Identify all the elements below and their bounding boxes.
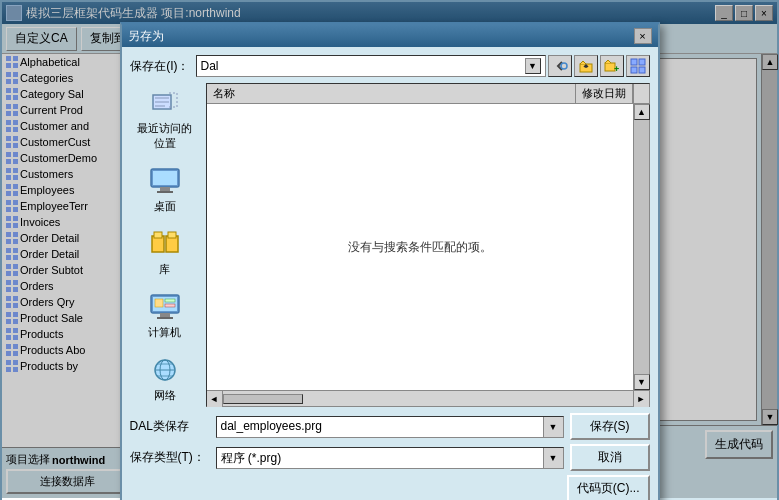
svg-rect-85	[639, 59, 645, 65]
dialog-sidebar: 最近访问的位置 桌面	[130, 83, 200, 407]
svg-rect-95	[157, 191, 173, 193]
svg-rect-84	[631, 59, 637, 65]
codepage-button[interactable]: 代码页(C)...	[567, 475, 650, 500]
network-label: 网络	[154, 388, 176, 403]
dialog-sidebar-library[interactable]: 库	[133, 224, 197, 281]
filetype-combo-arrow[interactable]: ▼	[543, 448, 563, 468]
main-window: 模拟三层框架代码生成器 项目:northwind _ □ × 自定义CA 复制到…	[0, 0, 779, 500]
filename-field: dal_employees.prg ▼	[216, 416, 564, 438]
dialog-location: Dal ▼ +	[196, 55, 650, 77]
dialog-sidebar-computer[interactable]: 计算机	[133, 287, 197, 344]
filetype-label: 保存类型(T)：	[130, 449, 210, 466]
list-scroll-track	[634, 120, 649, 374]
svg-rect-98	[154, 232, 162, 238]
svg-rect-90	[155, 101, 169, 103]
filename-combo[interactable]: dal_employees.prg ▼	[216, 416, 564, 438]
filename-combo-arrow[interactable]: ▼	[543, 417, 563, 437]
col-date[interactable]: 修改日期	[576, 84, 633, 103]
svg-rect-105	[165, 299, 175, 302]
dialog-sidebar-network[interactable]: 网络	[133, 350, 197, 407]
recent-icon	[149, 87, 181, 119]
filename-label: DAL类保存	[130, 418, 210, 435]
dialog-close-button[interactable]: ×	[634, 28, 652, 44]
svg-rect-87	[639, 67, 645, 73]
svg-rect-106	[165, 304, 175, 307]
dialog-overlay: 另存为 × 保存在(I)： Dal ▼	[2, 2, 777, 498]
list-scroll-placeholder	[633, 84, 649, 103]
new-folder-button[interactable]: +	[600, 55, 624, 77]
h-scroll-left[interactable]: ◄	[207, 391, 223, 407]
h-scroll-right[interactable]: ►	[633, 391, 649, 407]
filename-value: dal_employees.prg	[217, 417, 543, 437]
location-value: Dal	[201, 59, 219, 73]
h-scroll-track	[223, 394, 633, 404]
svg-rect-103	[157, 317, 173, 319]
save-dialog: 另存为 × 保存在(I)： Dal ▼	[120, 22, 660, 500]
svg-rect-89	[155, 97, 169, 99]
dialog-sidebar-desktop[interactable]: 桌面	[133, 161, 197, 218]
svg-rect-86	[631, 67, 637, 73]
filetype-field: 程序 (*.prg) ▼	[216, 447, 564, 469]
dialog-last-row: 代码页(C)...	[130, 475, 650, 500]
computer-icon	[149, 291, 181, 323]
filelist-container: 名称 修改日期 没有与搜索条件匹配的项。 ▲	[206, 83, 650, 407]
filelist: 名称 修改日期 没有与搜索条件匹配的项。 ▲	[206, 83, 650, 407]
filetype-value: 程序 (*.prg)	[217, 448, 543, 468]
svg-rect-104	[155, 299, 163, 307]
list-scroll-down[interactable]: ▼	[634, 374, 650, 390]
filelist-body: 没有与搜索条件匹配的项。	[207, 104, 633, 390]
network-icon	[149, 354, 181, 386]
empty-message: 没有与搜索条件匹配的项。	[348, 239, 492, 256]
h-scrollbar[interactable]: ◄ ►	[207, 390, 649, 406]
svg-rect-99	[168, 232, 176, 238]
back-button[interactable]	[548, 55, 572, 77]
cancel-button[interactable]: 取消	[570, 444, 650, 471]
svg-rect-93	[153, 171, 177, 185]
dialog-title-text: 另存为	[128, 28, 164, 45]
svg-point-80	[561, 63, 567, 69]
save-button[interactable]: 保存(S)	[570, 413, 650, 440]
svg-rect-91	[155, 105, 165, 107]
h-scroll-thumb	[223, 394, 303, 404]
view-button[interactable]	[626, 55, 650, 77]
dialog-file-area: 最近访问的位置 桌面	[130, 83, 650, 407]
svg-rect-102	[160, 313, 170, 317]
dialog-title-bar: 另存为 ×	[122, 25, 658, 47]
filelist-body-container: 没有与搜索条件匹配的项。 ▲ ▼	[207, 104, 649, 390]
location-combo[interactable]: Dal ▼	[196, 55, 546, 77]
dialog-body: 保存在(I)： Dal ▼ +	[122, 47, 658, 500]
col-name[interactable]: 名称	[207, 84, 576, 103]
list-scrollbar[interactable]: ▲ ▼	[633, 104, 649, 390]
dialog-sidebar-recent[interactable]: 最近访问的位置	[133, 83, 197, 155]
dialog-bottom: DAL类保存 dal_employees.prg ▼ 保存(S) 保存类型(T)…	[130, 413, 650, 500]
filename-row: DAL类保存 dal_employees.prg ▼ 保存(S)	[130, 413, 650, 440]
up-folder-button[interactable]	[574, 55, 598, 77]
recent-label: 最近访问的位置	[137, 121, 193, 151]
desktop-label: 桌面	[154, 199, 176, 214]
desktop-icon	[149, 165, 181, 197]
library-icon	[149, 228, 181, 260]
dialog-location-row: 保存在(I)： Dal ▼ +	[130, 55, 650, 77]
svg-text:+: +	[614, 64, 619, 74]
computer-label: 计算机	[148, 325, 181, 340]
library-label: 库	[159, 262, 170, 277]
list-scroll-up[interactable]: ▲	[634, 104, 650, 120]
filetype-combo[interactable]: 程序 (*.prg) ▼	[216, 447, 564, 469]
location-combo-arrow[interactable]: ▼	[525, 58, 541, 74]
filetype-row: 保存类型(T)： 程序 (*.prg) ▼ 取消	[130, 444, 650, 471]
location-label: 保存在(I)：	[130, 58, 190, 75]
svg-rect-94	[160, 187, 170, 191]
filelist-header: 名称 修改日期	[207, 84, 649, 104]
